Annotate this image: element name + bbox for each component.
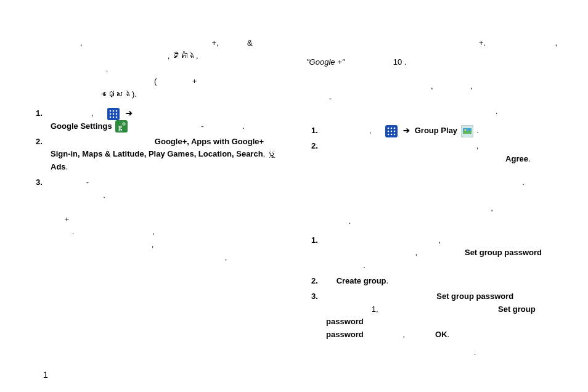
footer-text: ការកំណត់ ទូរស័ព្ទ . xyxy=(306,346,557,359)
google-plus-label: Google+ xyxy=(155,137,187,146)
svg-rect-26 xyxy=(463,131,472,134)
svg-point-2 xyxy=(113,110,115,112)
list-body: សម្រាប់ការប្រើប្រាស់ការកំណត់អំពី , សូមអា… xyxy=(326,140,557,166)
list-item-rb3: 3. ប្រសិនបើអ្នក ជ្រើសរើស Set group passw… xyxy=(306,290,557,341)
ordered-list-right-b: 1. មុនពេល បង្កើត ក្រុម លេង , អាច កំណត់ ព… xyxy=(306,234,557,341)
list-body: មុនពេល បង្កើត ក្រុម លេង , អាច កំណត់ ពាក្… xyxy=(326,234,557,272)
text: . xyxy=(363,261,365,270)
apps-grid-icon xyxy=(385,125,398,137)
text: , ឬ xyxy=(263,149,276,158)
svg-point-22 xyxy=(390,133,392,135)
play-games-label: , Play Games xyxy=(144,149,194,158)
svg-point-18 xyxy=(387,130,389,132)
apps-grid-icon xyxy=(107,108,120,120)
text: . xyxy=(528,154,531,163)
svg-point-20 xyxy=(393,130,395,132)
list-item-r1: 1. ពីអេក្រង់ , ប៉ះ ➔ Group Play . xyxy=(306,125,557,137)
document-page: ការកំណត់នេះ, អ្នកអាចប្រើប្រាស់ ការកំណត់ … xyxy=(0,0,588,378)
ok-button-label: OK xyxy=(435,330,447,339)
text: . xyxy=(476,126,479,135)
agree-button-label: Agree xyxy=(505,154,528,163)
maps-latitude-label: , Maps & Latitude xyxy=(78,149,144,158)
arrow-right-icon: ➔ xyxy=(403,126,410,135)
group-play-label: Group Play xyxy=(415,126,457,135)
text: 1, xyxy=(372,304,378,314)
list-item-rb1: 1. មុនពេល បង្កើត ក្រុម លេង , អាច កំណត់ ព… xyxy=(306,234,557,272)
svg-point-5 xyxy=(113,113,115,115)
list-number: 3. xyxy=(306,290,326,303)
left-column: ការកំណត់នេះ, អ្នកអាចប្រើប្រាស់ ការកំណត់ … xyxy=(31,37,282,365)
svg-point-27 xyxy=(464,129,466,131)
text: , xyxy=(91,108,94,118)
list-body: ធ្វើការ - សម្រាប់ការកំណត់ ដែលអ្នកចង់ ផ្ល… xyxy=(51,176,282,202)
text: & xyxy=(247,38,253,47)
list-number: 1. xyxy=(306,234,326,247)
text: . xyxy=(386,276,389,285)
svg-point-6 xyxy=(116,113,118,115)
list-number: 2. xyxy=(306,275,326,288)
list-item-3: 3. ធ្វើការ - សម្រាប់ការកំណត់ ដែលអ្នកចង់ … xyxy=(31,176,282,202)
text: , xyxy=(80,38,83,47)
svg-point-3 xyxy=(116,110,118,112)
svg-point-17 xyxy=(393,127,395,129)
text: , xyxy=(403,330,406,339)
list-number: 2. xyxy=(31,136,51,149)
google-settings-label: Google Settings xyxy=(51,121,112,131)
text: + ផ្សេង). xyxy=(101,89,137,99)
text: . xyxy=(404,57,407,67)
text: , xyxy=(438,235,441,245)
right-column: ការចែករំលែក ជាមួយ +. សម្រាប់ព័ត៌មាន , "G… xyxy=(306,37,557,365)
list-item-1: 1. ពីអេក្រង់, ប៉ះ ➔ Google Settings g រួ… xyxy=(31,107,282,133)
text: . xyxy=(242,121,245,131)
text: . xyxy=(496,107,498,116)
text: . xyxy=(72,227,75,236)
search-label: , Search xyxy=(232,149,263,158)
ordered-list-left: 1. ពីអេក្រង់, ប៉ះ ➔ Google Settings g រួ… xyxy=(31,107,282,202)
text: . xyxy=(447,330,450,339)
text: . xyxy=(522,178,525,187)
ordered-list-right-a: 1. ពីអេក្រង់ , ប៉ះ ➔ Group Play . xyxy=(306,125,557,165)
text: , xyxy=(555,38,557,47)
svg-point-4 xyxy=(110,113,112,115)
text: + xyxy=(192,76,197,86)
text: . xyxy=(103,190,105,200)
create-group-section: បង្កើត ក្រុមលេង មួយ លើ ឧបករណ៍ របស់អ្នក ដ… xyxy=(306,176,557,227)
text: , xyxy=(470,81,473,91)
google-settings-icon: g xyxy=(115,120,128,133)
list-body: ប្រសិនបើអ្នក ជ្រើសរើស Set group password… xyxy=(326,290,557,341)
svg-point-21 xyxy=(387,133,389,135)
page-number: 1 xyxy=(43,370,48,380)
text: - xyxy=(329,94,332,103)
ads-label: Ads xyxy=(51,162,66,171)
text: . xyxy=(66,162,68,171)
group-play-intro: ចែករំលែក ចំណងជើង, រូបភាព, , ឯកសារ , , និ… xyxy=(306,80,557,118)
text: . xyxy=(349,216,351,226)
svg-point-13 xyxy=(123,124,125,125)
list-item-r2: 2. សម្រាប់ការប្រើប្រាស់ការកំណត់អំពី , សូ… xyxy=(306,140,557,166)
intro-paragraph: ការកំណត់នេះ, អ្នកអាចប្រើប្រាស់ ការកំណត់ … xyxy=(31,37,282,101)
create-group-label: Create group xyxy=(337,276,386,285)
list-number: 3. xyxy=(31,176,51,189)
text: , xyxy=(152,240,154,249)
svg-point-15 xyxy=(387,127,389,129)
svg-point-16 xyxy=(390,127,392,129)
text: , ទីតាំង, xyxy=(168,51,198,60)
google-plus-section: គណនី + + ជាដំបូង + ជាដំបូង + . . ទាក់ទងប… xyxy=(31,213,282,264)
text: , xyxy=(225,253,227,262)
svg-point-9 xyxy=(116,116,118,118)
location-label: , Location xyxy=(194,149,232,158)
svg-text:g: g xyxy=(118,123,122,131)
google-plus-ref: "Google +" ទៅទំព័រ 10 10 . xyxy=(306,56,557,69)
set-group-password-label: Set group password xyxy=(465,248,542,257)
svg-point-19 xyxy=(390,130,392,132)
list-body: ស្វែងរក និង កែសម្រួល Google+, Apps with … xyxy=(51,136,282,174)
list-item-2: 2. ស្វែងរក និង កែសម្រួល Google+, Apps wi… xyxy=(31,136,282,174)
arrow-right-icon: ➔ xyxy=(126,108,133,118)
text: , xyxy=(415,248,417,257)
text: , xyxy=(491,203,493,213)
text: . xyxy=(106,64,108,73)
list-number: 2. xyxy=(306,140,326,153)
set-group-password-label: Set group password xyxy=(436,292,513,301)
text: +, xyxy=(212,38,219,47)
text: , xyxy=(369,126,372,135)
